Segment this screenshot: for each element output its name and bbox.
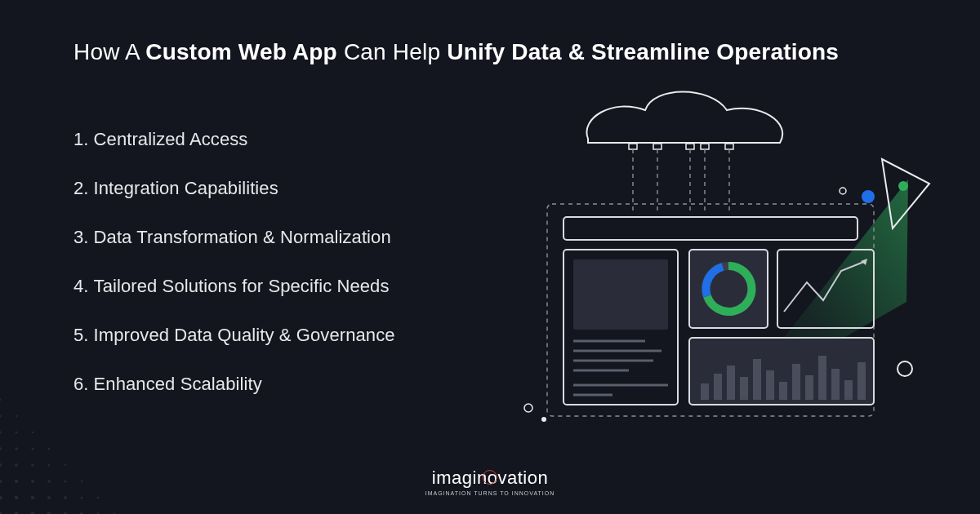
svg-rect-21 [753, 359, 761, 400]
svg-rect-20 [740, 377, 748, 400]
svg-rect-19 [727, 366, 735, 400]
svg-point-72 [15, 447, 18, 450]
panel-barchart-icon [689, 338, 874, 405]
svg-rect-26 [818, 356, 826, 400]
svg-point-62 [65, 481, 67, 483]
dashboard-illustration [490, 90, 931, 432]
decor-dot-icon [862, 190, 875, 203]
list-item: 2.Integration Capabilities [74, 178, 395, 199]
svg-rect-17 [701, 383, 709, 400]
svg-rect-27 [831, 369, 840, 400]
connectors-icon [633, 149, 729, 212]
brand-wordmark: imaginovation [432, 467, 548, 489]
svg-point-83 [0, 399, 1, 401]
title-bold-1: Custom Web App [145, 39, 337, 64]
svg-point-78 [32, 432, 34, 434]
brand-name: imaginovation [432, 467, 548, 488]
svg-rect-23 [779, 382, 787, 400]
svg-rect-6 [573, 259, 668, 330]
svg-point-67 [31, 463, 34, 467]
svg-point-77 [16, 432, 18, 434]
list-item-label: Centralized Access [94, 129, 248, 149]
dots-corner-icon [0, 335, 180, 514]
list-item-label: Tailored Solutions for Specific Needs [94, 276, 390, 296]
svg-rect-24 [792, 364, 800, 400]
svg-rect-25 [805, 375, 813, 400]
svg-point-81 [16, 415, 18, 418]
svg-point-80 [0, 415, 2, 418]
decor-circle-icon [840, 188, 846, 194]
decor-dot-icon [541, 417, 546, 422]
svg-point-69 [65, 464, 67, 467]
svg-rect-18 [714, 374, 722, 400]
svg-point-56 [97, 497, 100, 499]
svg-point-73 [32, 448, 34, 450]
list-item-number: 2. [74, 178, 89, 198]
svg-point-54 [64, 496, 67, 499]
svg-point-66 [15, 463, 18, 467]
svg-point-53 [47, 496, 51, 499]
svg-point-74 [48, 448, 51, 450]
page-title: How A Custom Web App Can Help Unify Data… [74, 38, 906, 67]
svg-rect-2 [686, 144, 694, 149]
spotlight-bulb-icon [898, 181, 908, 191]
cloud-ports-icon [629, 144, 733, 149]
svg-rect-22 [766, 370, 774, 400]
brand-tagline: IMAGINATION TURNS TO INNOVATION [425, 490, 555, 496]
panel-left-icon [564, 250, 678, 405]
svg-point-51 [15, 496, 19, 500]
svg-rect-28 [844, 380, 853, 400]
panel-donut-icon [689, 250, 768, 328]
svg-rect-0 [629, 144, 637, 149]
svg-rect-1 [653, 144, 662, 149]
svg-point-68 [48, 464, 51, 467]
svg-point-71 [0, 447, 2, 450]
cloud-icon [586, 92, 782, 144]
list-item-number: 1. [74, 129, 89, 149]
svg-point-59 [15, 480, 18, 483]
svg-rect-4 [725, 144, 733, 149]
svg-rect-3 [701, 144, 709, 149]
svg-point-61 [47, 480, 51, 483]
list-item-label: Integration Capabilities [94, 178, 278, 198]
title-part-2: Can Help [337, 39, 447, 64]
decor-circle-icon [524, 404, 532, 412]
svg-point-60 [31, 480, 34, 483]
svg-point-52 [31, 496, 35, 500]
list-item-label: Data Transformation & Normalization [94, 227, 391, 247]
brand-logo: imaginovation IMAGINATION TURNS TO INNOV… [425, 467, 555, 496]
panel-topbar-icon [564, 217, 858, 240]
svg-rect-13 [689, 250, 768, 328]
list-item: 3.Data Transformation & Normalization [74, 227, 395, 248]
svg-rect-29 [858, 362, 866, 400]
svg-point-58 [0, 480, 2, 484]
title-part-1: How A [74, 39, 145, 64]
list-item: 1.Centralized Access [74, 129, 395, 150]
list-item-number: 4. [74, 276, 89, 296]
title-bold-2: Unify Data & Streamline Operations [447, 39, 839, 64]
svg-point-50 [0, 496, 2, 500]
svg-point-65 [0, 463, 2, 467]
svg-point-55 [80, 496, 82, 498]
svg-point-63 [81, 481, 83, 483]
svg-point-76 [0, 431, 2, 434]
list-item: 4.Tailored Solutions for Specific Needs [74, 276, 395, 297]
list-item-number: 3. [74, 227, 89, 247]
decor-circle-icon [898, 361, 912, 376]
